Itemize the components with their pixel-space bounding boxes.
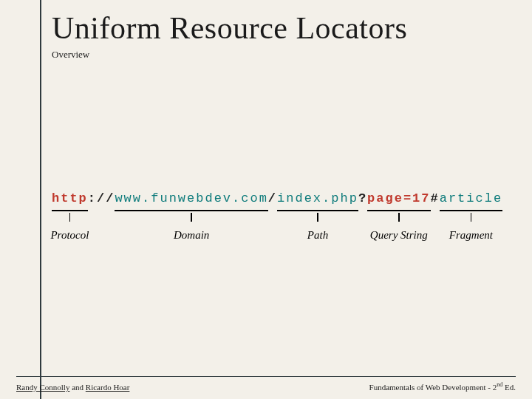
url-diagram: http : // www.funwebdev.com / index.php …: [52, 192, 502, 251]
url-line: http : // www.funwebdev.com / index.php …: [52, 192, 502, 213]
footer-book-title: Fundamentals of Web Development - 2: [369, 383, 497, 392]
url-labels: Protocol Domain Path Query String Fragme…: [52, 213, 502, 242]
tick-path: [317, 213, 318, 222]
slide: Uniform Resource Locators Overview http …: [0, 0, 532, 399]
footer-ed: Ed.: [502, 383, 516, 392]
author-2: Ricardo Hoar: [86, 383, 130, 392]
slide-title: Uniform Resource Locators: [52, 10, 407, 46]
label-fragment: Fragment: [449, 229, 493, 242]
label-query: Query String: [370, 229, 428, 242]
seg-qmark: ?: [358, 192, 367, 213]
tick-protocol: [69, 213, 71, 222]
seg-fragment: article: [440, 192, 502, 213]
seg-slashes: //: [97, 192, 115, 213]
tick-domain: [191, 213, 192, 222]
label-protocol: Protocol: [50, 229, 89, 242]
footer-left: Randy Connolly and Ricardo Hoar: [16, 383, 129, 392]
seg-domain: www.funwebdev.com: [115, 192, 267, 213]
seg-colon: :: [88, 192, 97, 213]
seg-protocol: http: [52, 192, 88, 213]
footer-rule: [16, 376, 516, 377]
seg-slash: /: [268, 192, 277, 213]
label-domain: Domain: [174, 229, 209, 242]
footer-and: and: [69, 383, 85, 392]
slide-subtitle: Overview: [52, 49, 89, 61]
seg-hash: #: [431, 192, 440, 213]
label-path: Path: [307, 229, 328, 242]
tick-query: [398, 213, 400, 222]
author-1: Randy Connolly: [16, 383, 69, 392]
seg-path: index.php: [277, 192, 358, 213]
footer-right: Fundamentals of Web Development - 2nd Ed…: [369, 381, 516, 392]
vertical-rule: [40, 0, 41, 399]
seg-query-string: page=17: [367, 192, 430, 213]
tick-fragment: [471, 213, 472, 222]
